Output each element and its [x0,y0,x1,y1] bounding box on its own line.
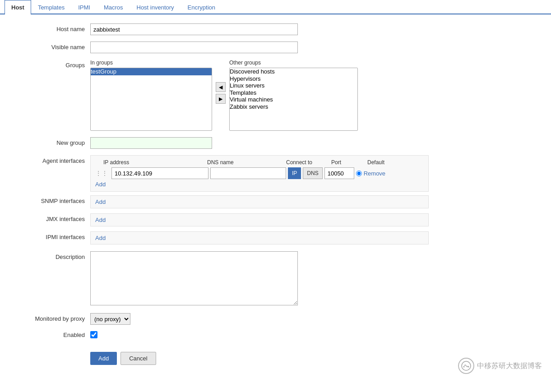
tab-host-inventory[interactable]: Host inventory [130,0,181,14]
in-groups-option-0[interactable]: testGroup [91,68,212,75]
watermark-text: 中移苏研大数据博客 [477,361,542,371]
visible-name-control [90,42,542,53]
tab-templates[interactable]: Templates [31,0,71,14]
jmx-add-link[interactable]: Add [95,217,106,223]
new-group-control [90,137,542,149]
visible-name-row: Visible name [0,42,551,53]
port-header: Port [331,159,367,166]
description-row: Description [0,251,551,307]
description-control [90,251,542,307]
drag-handle[interactable]: ⋮⋮ [95,170,108,177]
other-groups-option-5[interactable]: Zabbix servers [230,103,357,111]
move-left-btn[interactable]: ◀ [216,82,226,92]
groups-arrows: ◀ ▶ [216,82,226,104]
tabs-bar: Host Templates IPMI Macros Host inventor… [0,0,551,14]
watermark: 中移苏研大数据博客 [458,358,542,374]
jmx-interfaces-label: JMX interfaces [9,213,90,222]
tab-ipmi[interactable]: IPMI [71,0,97,14]
ipmi-interfaces-row: IPMI interfaces Add [0,231,551,248]
in-groups-label: In groups [90,60,212,66]
proxy-row: Monitored by proxy (no proxy) [0,313,551,325]
in-groups-list[interactable]: testGroup [90,68,212,131]
in-groups-section: In groups testGroup [90,60,212,131]
snmp-interfaces-label: SNMP interfaces [9,195,90,204]
description-label: Description [9,251,90,260]
ipmi-add-link[interactable]: Add [95,235,106,241]
proxy-control: (no proxy) [90,313,542,325]
dns-header: DNS name [207,159,286,166]
remove-link[interactable]: Remove [364,170,385,177]
tab-host[interactable]: Host [5,0,31,14]
new-group-label: New group [9,137,90,146]
other-groups-list[interactable]: Discovered hosts Hypervisors Linux serve… [229,68,358,131]
groups-control: In groups testGroup ◀ ▶ Other groups Dis… [90,60,542,131]
enabled-checkbox[interactable] [90,331,97,338]
snmp-interfaces-row: SNMP interfaces Add [0,195,551,212]
interface-header: IP address DNS name Connect to Port Defa… [95,159,424,166]
other-groups-option-4[interactable]: Virtual machines [230,96,357,103]
groups-container: In groups testGroup ◀ ▶ Other groups Dis… [90,60,542,131]
cancel-button[interactable]: Cancel [120,352,156,365]
svg-point-2 [468,366,469,368]
other-groups-option-0[interactable]: Discovered hosts [230,68,357,75]
port-input[interactable] [324,167,354,179]
dns-input[interactable] [210,167,286,179]
host-name-label: Host name [9,23,90,32]
new-group-row: New group [0,137,551,149]
interface-row-0: ⋮⋮ IP DNS Remove [95,167,424,179]
visible-name-input[interactable] [90,42,298,53]
tab-macros[interactable]: Macros [97,0,130,14]
form-body: Host name Visible name Groups In groups … [0,14,551,378]
other-groups-option-2[interactable]: Linux servers [230,82,357,89]
default-header: Default [367,159,403,166]
proxy-select[interactable]: (no proxy) [90,313,130,325]
ipmi-interfaces-section: Add [90,231,429,244]
ip-input[interactable] [111,167,208,179]
jmx-interfaces-row: JMX interfaces Add [0,213,551,230]
page-wrapper: Host Templates IPMI Macros Host inventor… [0,0,551,392]
agent-add-link[interactable]: Add [95,181,106,188]
dns-connect-btn[interactable]: DNS [303,167,322,179]
move-right-btn[interactable]: ▶ [216,94,226,104]
default-radio-container [356,171,362,176]
agent-interfaces-section: IP address DNS name Connect to Port Defa… [90,155,429,192]
other-groups-option-1[interactable]: Hypervisors [230,75,357,83]
groups-label: Groups [9,60,90,69]
snmp-add-link[interactable]: Add [95,198,106,205]
groups-row: Groups In groups testGroup ◀ ▶ Other gro… [0,60,551,131]
new-group-input[interactable] [90,137,212,149]
host-name-row: Host name [0,23,551,35]
ip-connect-btn[interactable]: IP [288,167,301,179]
visible-name-label: Visible name [9,42,90,51]
other-groups-label: Other groups [229,60,358,66]
snmp-interfaces-section: Add [90,195,429,208]
watermark-icon [458,358,474,374]
jmx-interfaces-section: Add [90,213,429,226]
agent-interfaces-label: Agent interfaces [9,155,90,164]
enabled-label: Enabled [9,332,90,338]
agent-interfaces-row: Agent interfaces IP address DNS name Con… [0,155,551,192]
default-radio[interactable] [356,171,362,176]
tab-encryption[interactable]: Encryption [181,0,222,14]
svg-point-1 [463,366,465,368]
host-name-control [90,23,542,35]
host-name-input[interactable] [90,23,298,35]
add-button[interactable]: Add [90,352,117,365]
proxy-label: Monitored by proxy [9,313,90,322]
ip-header: IP address [103,159,207,166]
ipmi-interfaces-label: IPMI interfaces [9,231,90,240]
other-groups-section: Other groups Discovered hosts Hypervisor… [229,60,358,131]
connect-header: Connect to [286,159,331,166]
other-groups-option-3[interactable]: Templates [230,89,357,97]
description-textarea[interactable] [90,251,298,305]
enabled-row: Enabled [0,331,551,338]
